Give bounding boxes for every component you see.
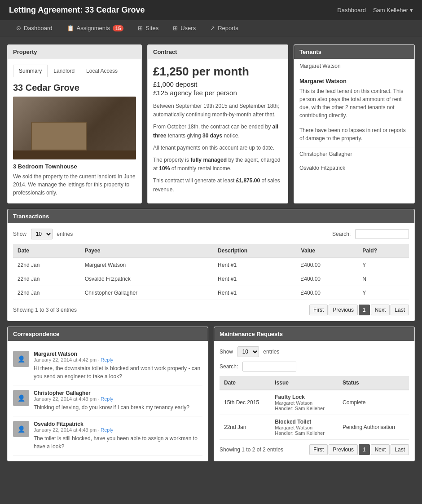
- table-row: 15th Dec 2015 Faulty Lock Margaret Watso…: [220, 390, 409, 415]
- user-menu[interactable]: Sam Kelleher ▾: [373, 7, 413, 13]
- nav-item-assignments[interactable]: 📋 Assignments 15: [60, 20, 131, 37]
- cell-payee: Christopher Gallagher: [80, 286, 213, 300]
- contract-text-4: The property is fully managed by the age…: [153, 156, 282, 173]
- correspondence-header: Correspondence: [8, 327, 208, 341]
- message-author: Osvaldo Fitzpatrick: [34, 421, 202, 427]
- transactions-pagination-buttons: First Previous 1 Next Last: [309, 305, 409, 315]
- trans-previous-btn[interactable]: Previous: [329, 305, 358, 315]
- message-text: The toilet is still blocked, have you be…: [34, 434, 202, 451]
- cell-description: Rent #1: [213, 286, 297, 300]
- tab-summary[interactable]: Summary: [13, 65, 48, 77]
- correspondence-body: 👤 Margaret Watson January 22, 2014 at 4:…: [8, 341, 208, 461]
- maint-cell-issue: Blocked Toilet Margaret Watson Handler: …: [270, 415, 338, 439]
- message-date: January 22, 2014 at 4:43 pm · Reply: [34, 396, 202, 402]
- maint-search-row: Search:: [220, 362, 409, 371]
- maint-show-control: Show 10 25 50 entries: [220, 346, 279, 357]
- trans-page-1-btn[interactable]: 1: [359, 305, 370, 315]
- active-tenant-desc2: There have been no lapses in rent or rep…: [299, 126, 409, 142]
- tenants-panel: Tenants Margaret Watson Margaret Watson …: [294, 44, 415, 203]
- message-content: Osvaldo Fitzpatrick January 22, 2014 at …: [34, 421, 202, 451]
- show-select[interactable]: 10 25 50: [31, 229, 53, 239]
- show-label: Show: [13, 231, 26, 237]
- assignments-badge: 15: [113, 25, 123, 31]
- contract-text-1: Between September 19th 2015 and Septembe…: [153, 102, 282, 119]
- entries-label: entries: [57, 231, 73, 237]
- trans-first-btn[interactable]: First: [309, 305, 328, 315]
- maintenance-section: Maintenance Requests Show 10 25 50 entri…: [214, 327, 415, 461]
- col-description: Description: [213, 244, 297, 258]
- issue-title: Blocked Toilet: [275, 419, 334, 425]
- col-payee: Payee: [80, 244, 213, 258]
- show-entries-control: Show 10 25 50 entries: [13, 229, 73, 239]
- reply-link[interactable]: Reply: [101, 396, 113, 402]
- cell-date: 22nd Jan: [13, 258, 80, 272]
- top-header: Letting Agreement: 33 Cedar Grove Dashbo…: [0, 0, 422, 20]
- trans-next-btn[interactable]: Next: [371, 305, 390, 315]
- cell-value: £400.00: [297, 272, 358, 286]
- contract-panel-body: £1,250 per month £1,000 deposit £125 age…: [148, 59, 288, 203]
- nav-label-assignments: Assignments: [77, 25, 110, 31]
- chevron-down-icon: ▾: [410, 7, 413, 13]
- message-content: Margaret Watson January 22, 2014 at 4:42…: [34, 351, 202, 380]
- maint-cell-status: Pending Authorisation: [338, 415, 409, 439]
- nav-item-users[interactable]: ⊞ Users: [166, 20, 203, 37]
- message-item: 👤 Margaret Watson January 22, 2014 at 4:…: [13, 346, 202, 385]
- message-author: Margaret Watson: [34, 351, 202, 357]
- assignments-icon: 📋: [67, 25, 74, 31]
- contract-fee: £125 agency fee per person: [153, 89, 282, 97]
- search-label: Search:: [332, 231, 351, 237]
- maint-last-btn[interactable]: Last: [391, 444, 409, 455]
- issue-tenant: Margaret Watson: [275, 425, 334, 430]
- property-panel-body: Summary Landlord Local Access 33 Cedar G…: [8, 59, 141, 202]
- maint-previous-btn[interactable]: Previous: [329, 444, 358, 455]
- property-address: 33 Cedar Grove: [13, 83, 136, 93]
- transactions-body: Show 10 25 50 entries Search: Date: [8, 223, 414, 321]
- property-tabs: Summary Landlord Local Access: [13, 65, 136, 77]
- property-panel: Property Summary Landlord Local Access 3…: [7, 44, 142, 203]
- maintenance-table: Date Issue Status 15th Dec 2015 Faulty L…: [220, 376, 409, 440]
- maint-col-issue: Issue: [270, 376, 338, 390]
- transactions-search-input[interactable]: [355, 229, 409, 239]
- maintenance-pagination: Showing 1 to 2 of 2 entries First Previo…: [220, 444, 409, 455]
- issue-tenant: Margaret Watson: [275, 400, 334, 406]
- tenant-item-christopher[interactable]: Christopher Gallagher: [294, 147, 414, 161]
- col-paid: Paid?: [358, 244, 409, 258]
- cell-payee: Osvaldo Fitzpatrick: [80, 272, 213, 286]
- reply-link[interactable]: Reply: [101, 427, 113, 433]
- tenant-item-margaret[interactable]: Margaret Watson: [294, 59, 414, 73]
- transactions-header: Transactions: [8, 209, 414, 223]
- tenants-list: Margaret Watson Margaret Watson This is …: [294, 59, 414, 175]
- nav-item-sites[interactable]: ⊞ Sites: [131, 20, 166, 37]
- nav-item-dashboard[interactable]: ⊙ Dashboard: [9, 20, 60, 37]
- cell-paid: Y: [358, 286, 409, 300]
- users-icon: ⊞: [173, 25, 178, 31]
- main-content: Property Summary Landlord Local Access 3…: [0, 37, 422, 474]
- property-description: We sold the property to the current land…: [13, 172, 136, 197]
- correspondence-section: Correspondence 👤 Margaret Watson January…: [7, 327, 208, 461]
- cell-description: Rent #1: [213, 272, 297, 286]
- maint-next-btn[interactable]: Next: [371, 444, 390, 455]
- table-row: 22nd Jan Margaret Watson Rent #1 £400.00…: [13, 258, 409, 272]
- tab-local-access[interactable]: Local Access: [80, 65, 123, 77]
- reply-link[interactable]: Reply: [101, 357, 113, 363]
- contract-deposit: £1,000 deposit: [153, 80, 282, 88]
- transactions-table: Date Payee Description Value Paid? 22nd …: [13, 244, 409, 300]
- tenants-panel-header: Tenants: [294, 45, 414, 59]
- maintenance-search-input[interactable]: [242, 362, 296, 371]
- nav-label-users: Users: [180, 25, 196, 31]
- header-dashboard-link[interactable]: Dashboard: [337, 7, 366, 13]
- maintenance-pagination-buttons: First Previous 1 Next Last: [309, 444, 409, 455]
- tab-landlord[interactable]: Landlord: [48, 65, 80, 77]
- maint-show-select[interactable]: 10 25 50: [237, 346, 259, 357]
- maintenance-body: Show 10 25 50 entries Search:: [214, 341, 414, 460]
- cell-value: £400.00: [297, 258, 358, 272]
- cell-description: Rent #1: [213, 258, 297, 272]
- tenant-item-osvaldo[interactable]: Osvaldo Fitzpatrick: [294, 161, 414, 175]
- trans-last-btn[interactable]: Last: [391, 305, 409, 315]
- maint-first-btn[interactable]: First: [309, 444, 328, 455]
- contract-panel-header: Contract: [148, 45, 288, 59]
- maint-page-1-btn[interactable]: 1: [359, 444, 370, 455]
- nav-item-reports[interactable]: ↗ Reports: [203, 20, 246, 37]
- message-text: Hi there, the downstairs toilet is block…: [34, 364, 202, 380]
- issue-handler: Handler: Sam Kelleher: [275, 430, 334, 436]
